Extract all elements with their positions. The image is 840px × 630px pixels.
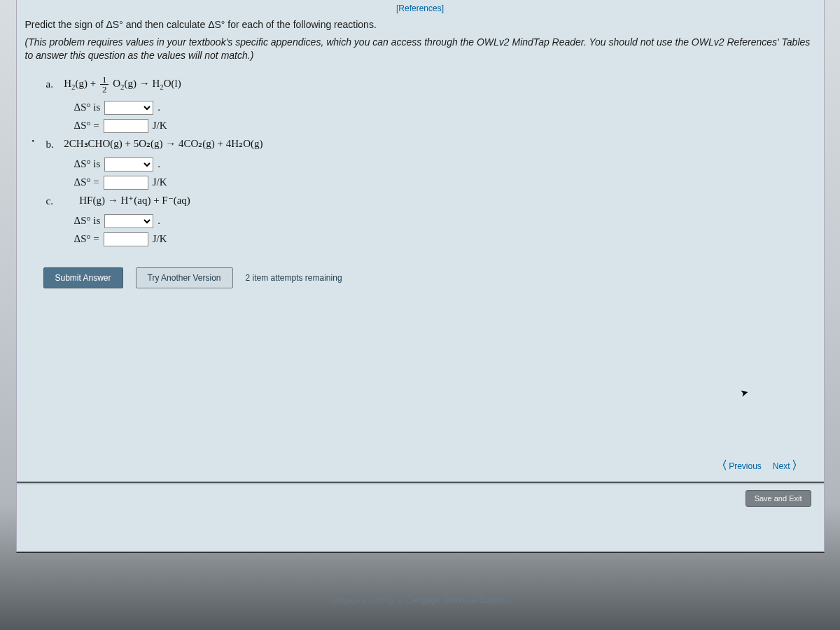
deltaS-eq-label: ΔS° = <box>74 176 99 188</box>
chevron-right-icon: 〉 <box>792 458 803 473</box>
part-c-equation: HF(g) → H⁺(aq) + F⁻(aq) <box>79 195 190 206</box>
part-b-label: b. <box>46 139 62 150</box>
chevron-left-icon: 〈 <box>716 458 727 473</box>
part-b-value-input[interactable] <box>104 176 148 190</box>
question-intro: Predict the sign of ΔS° and then calcula… <box>25 19 816 30</box>
part-a-label: a. <box>46 78 62 90</box>
deltaS-is-label: ΔS° is <box>74 102 101 113</box>
cursor-icon: ➤ <box>739 386 750 400</box>
deltaS-is-label: ΔS° is <box>74 158 101 170</box>
question-note: (This problem requires values in your te… <box>25 36 816 62</box>
part-a-sign-row: ΔS° is . <box>74 101 816 115</box>
try-another-version-button[interactable]: Try Another Version <box>136 267 233 288</box>
period: . <box>158 158 160 170</box>
deltaS-is-label: ΔS° is <box>74 215 101 227</box>
nav-row: 〈 Previous Next 〉 <box>716 458 802 473</box>
period: . <box>158 215 160 227</box>
submit-answer-button[interactable]: Submit Answer <box>43 267 123 288</box>
part-a-equation: H2(g) + 12 O2(g) → H2O(l) <box>64 78 181 89</box>
part-c-sign-row: ΔS° is . <box>74 214 816 228</box>
part-c-sign-select[interactable] <box>104 214 153 228</box>
save-and-exit-button[interactable]: Save and Exit <box>746 490 811 507</box>
footer: Cengage Learning | Cengage Technical Sup… <box>0 595 840 606</box>
period: . <box>158 102 160 113</box>
previous-link[interactable]: 〈 Previous <box>716 458 762 473</box>
divider <box>17 482 824 484</box>
footer-cengage-learning[interactable]: Cengage Learning <box>331 595 394 605</box>
part-c-label: c. <box>46 195 62 207</box>
part-a-value-row: ΔS° = J/K <box>74 119 816 133</box>
part-b-equation: 2CH₃CHO(g) + 5O₂(g) → 4CO₂(g) + 4H₂O(g) <box>64 138 262 149</box>
part-a-value-input[interactable] <box>104 119 148 133</box>
part-b-sign-select[interactable] <box>104 158 153 172</box>
part-c-value-input[interactable] <box>104 232 148 246</box>
footer-separator: | <box>399 595 401 605</box>
part-c: c. HF(g) → H⁺(aq) + F⁻(aq) <box>46 194 816 207</box>
unit-label: J/K <box>153 120 167 132</box>
attempts-remaining: 2 item attempts remaining <box>246 273 342 283</box>
part-b: • b. 2CH₃CHO(g) + 5O₂(g) → 4CO₂(g) + 4H₂… <box>46 137 816 150</box>
part-b-value-row: ΔS° = J/K <box>74 176 816 190</box>
part-c-value-row: ΔS° = J/K <box>74 232 816 246</box>
unit-label: J/K <box>153 233 167 245</box>
deltaS-eq-label: ΔS° = <box>74 120 99 132</box>
references-link[interactable]: [References] <box>25 0 816 18</box>
footer-tech-support[interactable]: Cengage Technical Support <box>406 595 509 605</box>
part-a-sign-select[interactable] <box>104 101 153 115</box>
bullet-icon: • <box>32 137 35 145</box>
part-b-sign-row: ΔS° is . <box>74 158 816 172</box>
button-row: Submit Answer Try Another Version 2 item… <box>43 267 816 288</box>
part-a: a. H2(g) + 12 O2(g) → H2O(l) <box>46 75 816 94</box>
question-panel: [References] Predict the sign of ΔS° and… <box>16 0 825 553</box>
unit-label: J/K <box>153 176 167 188</box>
next-link[interactable]: Next 〉 <box>773 458 803 473</box>
deltaS-eq-label: ΔS° = <box>74 233 99 245</box>
